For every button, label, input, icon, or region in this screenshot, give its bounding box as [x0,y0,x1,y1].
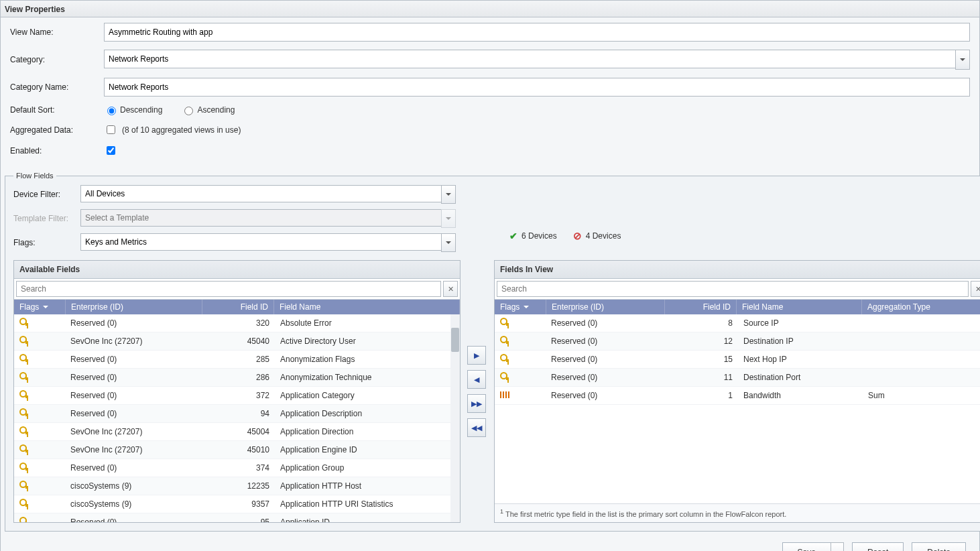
key-icon [19,354,29,363]
table-row[interactable]: Reserved (0)12Destination IP [495,332,980,351]
col-field-name[interactable]: Field Name [274,300,460,314]
move-right-button[interactable]: ▶ [467,346,486,365]
sort-ascending-radio[interactable]: Ascending [181,105,235,115]
key-icon [500,372,509,381]
enabled-checkbox-input[interactable] [107,146,115,155]
cell-field-name: Anonymization Flags [275,355,460,364]
footnote-marker: 1 [500,508,503,515]
table-row[interactable]: ciscoSystems (9)9357Application HTTP URI… [14,495,460,513]
category-input[interactable] [104,50,955,68]
chevron-down-icon [441,209,456,228]
cell-enterprise: SevOne Inc (27207) [65,427,204,436]
available-table-body[interactable]: Reserved (0)320Absolute ErrorSevOne Inc … [14,314,460,522]
cell-field-name: Destination IP [738,336,863,346]
device-filter-dropdown[interactable] [80,185,456,204]
cell-field-id: 1 [667,391,738,400]
label-view-name: View Name: [10,27,104,37]
key-icon [19,481,29,490]
view-name-input[interactable] [104,23,970,42]
cell-field-id: 45010 [204,445,275,454]
col-flags[interactable]: Flags [495,300,546,314]
key-icon [19,463,29,472]
cell-enterprise: Reserved (0) [546,391,667,400]
col-field-id[interactable]: Field ID [202,300,274,314]
table-row[interactable]: Reserved (0)320Absolute Error [14,314,460,332]
scrollbar[interactable] [450,314,460,522]
cell-field-id: 372 [204,391,275,400]
key-icon [19,318,29,327]
col-aggregation[interactable]: Aggregation Type [862,300,980,314]
cell-enterprise: Reserved (0) [65,318,204,328]
save-split-button[interactable]: Save [782,542,844,551]
table-row[interactable]: Reserved (0)1BandwidthSum [495,387,980,405]
cell-field-name: Bandwidth [738,391,863,400]
table-row[interactable]: Reserved (0)15Next Hop IP [495,351,980,369]
save-button[interactable]: Save [782,542,831,551]
cell-field-name: Application HTTP Host [275,481,460,491]
inview-table-body[interactable]: Reserved (0)8Source IPReserved (0)12Dest… [495,314,980,503]
label-device-filter: Device Filter: [13,190,80,199]
key-icon [19,390,29,400]
table-row[interactable]: SevOne Inc (27207)45010Application Engin… [14,441,460,459]
cell-field-name: Application Engine ID [275,445,460,454]
cell-enterprise: Reserved (0) [65,517,204,522]
enabled-checkbox[interactable] [104,144,122,157]
delete-button[interactable]: Delete [912,542,966,551]
category-name-input[interactable] [104,78,970,97]
col-enterprise[interactable]: Enterprise (ID) [66,300,202,314]
chevron-down-icon[interactable] [831,542,844,551]
key-icon [19,372,29,381]
chevron-down-icon[interactable] [441,185,456,204]
cell-enterprise: Reserved (0) [65,355,204,364]
sort-descending-radio[interactable]: Descending [104,105,162,115]
cell-flag [14,372,65,383]
cell-flag [14,499,65,510]
label-flags: Flags: [13,238,80,247]
chevron-down-icon[interactable] [955,50,970,70]
flags-input[interactable] [80,233,441,251]
table-row[interactable]: Reserved (0)11Destination Port [495,369,980,387]
table-row[interactable]: SevOne Inc (27207)45040Active Directory … [14,332,460,351]
scrollbar-thumb[interactable] [451,328,459,352]
check-icon: ✔ [509,231,517,241]
table-row[interactable]: Reserved (0)285Anonymization Flags [14,351,460,369]
move-all-left-button[interactable]: ◀◀ [467,418,486,437]
col-enterprise[interactable]: Enterprise (ID) [546,300,665,314]
aggregated-checkbox[interactable]: (8 of 10 aggregated views in use) [104,123,241,136]
chevron-down-icon[interactable] [441,233,456,252]
reset-button[interactable]: Reset [852,542,904,551]
move-left-button[interactable]: ◀ [467,370,486,389]
col-field-name[interactable]: Field Name [737,300,862,314]
col-flags[interactable]: Flags [14,300,66,314]
cell-field-id: 286 [204,373,275,382]
category-dropdown[interactable] [104,50,970,70]
key-icon [500,354,509,363]
aggregated-checkbox-input[interactable] [107,125,115,134]
available-fields-header: Available Fields [14,261,460,279]
cell-enterprise: Reserved (0) [65,391,204,400]
inview-search-input[interactable] [497,281,969,297]
flags-dropdown[interactable] [80,233,456,252]
cell-flag [14,463,65,474]
clear-search-button[interactable]: ✕ [971,281,980,297]
table-row[interactable]: SevOne Inc (27207)45004Application Direc… [14,423,460,441]
move-all-right-button[interactable]: ▶▶ [467,394,486,413]
footnote-text: The first metric type field in the list … [505,510,786,518]
cell-field-id: 320 [204,318,275,328]
table-row[interactable]: Reserved (0)286Anonymization Technique [14,369,460,387]
available-search-input[interactable] [16,281,441,297]
table-row[interactable]: Reserved (0)374Application Group [14,459,460,477]
col-field-id[interactable]: Field ID [665,300,737,314]
table-row[interactable]: Reserved (0)95Application ID [14,513,460,522]
clear-search-button[interactable]: ✕ [443,281,458,297]
table-row[interactable]: ciscoSystems (9)12235Application HTTP Ho… [14,477,460,495]
ascending-radio-input[interactable] [184,107,193,115]
cell-field-name: Destination Port [738,373,863,382]
table-row[interactable]: Reserved (0)94Application Description [14,405,460,423]
device-filter-input[interactable] [80,185,441,202]
cell-field-id: 285 [204,355,275,364]
table-row[interactable]: Reserved (0)8Source IP [495,314,980,332]
table-row[interactable]: Reserved (0)372Application Category [14,387,460,405]
key-icon [19,517,29,523]
descending-radio-input[interactable] [107,107,116,115]
